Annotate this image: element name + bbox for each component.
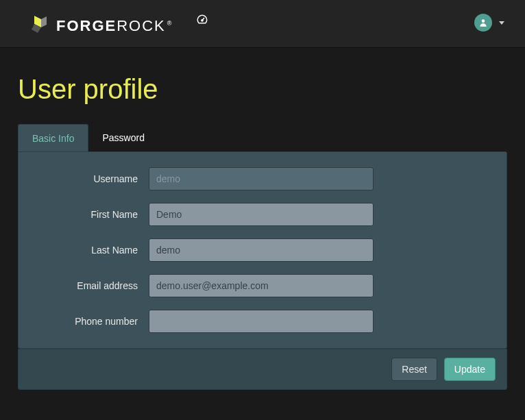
profile-form-panel: Username First Name Last Name Email addr…	[18, 151, 507, 349]
dashboard-icon[interactable]	[196, 14, 208, 26]
tab-password[interactable]: Password	[88, 124, 158, 151]
chevron-down-icon	[499, 21, 504, 25]
label-lastname: Last Name	[32, 245, 149, 256]
tab-basic-info[interactable]: Basic Info	[18, 124, 88, 151]
brand-logo-icon	[27, 14, 49, 38]
row-phone: Phone number	[32, 310, 493, 333]
svg-marker-1	[41, 16, 47, 27]
update-button[interactable]: Update	[444, 358, 496, 381]
user-menu[interactable]	[474, 14, 504, 32]
svg-point-5	[482, 19, 485, 23]
row-firstname: First Name	[32, 203, 493, 226]
input-email[interactable]	[149, 274, 374, 297]
row-email: Email address	[32, 274, 493, 297]
row-username: Username	[32, 167, 493, 190]
avatar	[474, 14, 492, 32]
navbar: FORGEROCK®	[0, 0, 525, 48]
tabs: Basic Info Password	[18, 124, 513, 151]
input-firstname[interactable]	[149, 203, 374, 226]
input-phone[interactable]	[149, 310, 374, 333]
row-lastname: Last Name	[32, 238, 493, 262]
label-email: Email address	[32, 280, 149, 291]
form-footer: Reset Update	[18, 349, 507, 390]
input-username[interactable]	[149, 167, 374, 190]
brand[interactable]: FORGEROCK®	[27, 14, 173, 38]
input-lastname[interactable]	[149, 238, 374, 262]
reset-button[interactable]: Reset	[391, 358, 437, 381]
label-username: Username	[32, 173, 149, 184]
label-firstname: First Name	[32, 209, 149, 220]
page-title: User profile	[18, 74, 513, 105]
label-phone: Phone number	[32, 316, 149, 327]
brand-text: FORGEROCK®	[56, 17, 173, 35]
